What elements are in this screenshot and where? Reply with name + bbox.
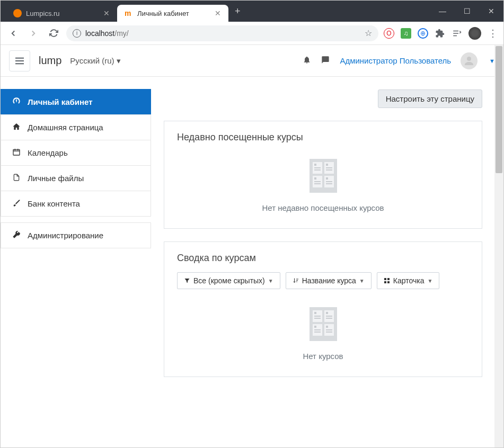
svg-rect-25 [387,281,390,283]
back-button[interactable] [6,26,21,41]
site-name[interactable]: lump [39,55,61,67]
svg-rect-40 [326,326,328,328]
browser-menu-button[interactable]: ⋮ [488,28,498,39]
svg-rect-20 [326,181,332,182]
nav-toggle-button[interactable] [9,50,30,71]
forward-button[interactable] [26,26,41,41]
svg-rect-22 [384,278,386,280]
svg-rect-32 [314,316,321,317]
main-content: Настроить эту страницу Недавно посещенны… [164,89,491,377]
svg-rect-37 [314,326,316,328]
svg-rect-10 [314,164,316,166]
svg-rect-42 [326,331,332,333]
url-host: localhost [85,29,114,38]
tab-title: Личный кабинет [137,10,189,17]
sidebar-item-label: Личный кабинет [28,97,93,106]
empty-state: Нет недавно посещенных курсов [177,151,469,218]
block-title: Сводка по курсам [177,253,469,264]
messages-icon[interactable] [321,56,330,66]
sidebar-item-label: Домашняя страница [28,123,103,132]
calendar-icon [12,148,21,158]
view-dropdown[interactable]: Карточка ▼ [377,272,440,289]
svg-rect-13 [326,164,328,166]
user-avatar[interactable] [461,52,478,69]
sidebar-item-label: Календарь [28,148,68,157]
svg-rect-38 [314,329,321,330]
sidebar-item-label: Банк контента [28,199,80,208]
svg-rect-17 [314,181,321,182]
language-selector[interactable]: Русский (ru) ▾ [70,56,120,66]
extension-opera-icon[interactable]: O [384,28,394,39]
url-path: /my/ [114,29,128,38]
user-name-link[interactable]: Администратор Пользователь [340,56,451,65]
minimize-button[interactable]: ― [430,1,455,22]
svg-rect-33 [314,318,321,319]
tab-title: Lumpics.ru [26,10,60,17]
url-omnibox[interactable]: i localhost/my/ ☆ [66,25,378,41]
vertical-scrollbar[interactable] [494,45,503,447]
new-tab-button[interactable]: + [228,2,247,21]
tab-dashboard[interactable]: m Личный кабинет ✕ [117,5,228,22]
site-info-icon[interactable]: i [73,29,81,38]
svg-rect-36 [326,318,332,319]
block-title: Недавно посещенные курсы [177,132,469,143]
svg-rect-19 [326,177,328,180]
nav-drawer: Личный кабинет Домашняя страница Календа… [1,89,151,377]
filter-icon [184,277,190,284]
svg-rect-41 [326,329,332,330]
svg-rect-31 [314,312,316,314]
close-button[interactable]: ✕ [479,1,503,22]
filter-all-dropdown[interactable]: Все (кроме скрытых) ▼ [177,272,280,289]
sidebar-item-calendar[interactable]: Календарь [1,140,151,166]
extension-icons: O ♫ ⊕ ⋮ [384,27,498,40]
svg-rect-2 [15,63,24,64]
bookmark-icon[interactable]: ☆ [365,28,372,38]
page-viewport: lump Русский (ru) ▾ Администратор Пользо… [1,45,503,447]
sidebar-item-files[interactable]: Личные файлы [1,165,151,191]
sidebar-item-contentbank[interactable]: Банк контента [1,191,151,217]
svg-rect-4 [13,149,20,155]
home-icon [12,122,21,132]
favicon-lumpics [13,9,22,17]
close-icon[interactable]: ✕ [103,9,110,17]
svg-point-3 [467,57,471,61]
empty-message: Нет курсов [303,352,343,361]
tab-lumpics[interactable]: Lumpics.ru ✕ [6,5,117,22]
filter-label: Все (кроме скрытых) [193,276,265,285]
close-icon[interactable]: ✕ [215,9,221,17]
sidebar-item-label: Личные файлы [28,174,84,183]
svg-rect-15 [326,169,332,171]
svg-rect-23 [387,278,390,280]
favicon-moodle: m [125,9,133,17]
sidebar-item-dashboard[interactable]: Личный кабинет [1,89,151,115]
svg-rect-18 [314,183,321,184]
notifications-icon[interactable] [303,55,311,67]
reading-list-icon[interactable] [452,28,462,39]
maximize-button[interactable]: ☐ [455,1,479,22]
sidebar-item-label: Администрирование [28,231,103,240]
svg-rect-21 [326,183,332,184]
sidebar-item-home[interactable]: Домашняя страница [1,114,151,140]
scrollbar-thumb[interactable] [496,46,502,173]
caret-down-icon: ▼ [359,278,365,284]
svg-rect-1 [15,60,24,61]
browser-tabs: Lumpics.ru ✕ m Личный кабинет ✕ + [1,1,430,22]
dashboard-icon [12,97,21,107]
extension-globe-icon[interactable]: ⊕ [418,28,428,39]
caret-down-icon: ▾ [117,56,121,66]
overview-filters: Все (кроме скрытых) ▼ Название курса ▼ К… [177,272,469,289]
page-body: Личный кабинет Домашняя страница Календа… [1,77,503,390]
sort-dropdown[interactable]: Название курса ▼ [286,272,372,289]
file-icon [12,173,21,183]
profile-avatar[interactable] [468,27,481,40]
svg-rect-0 [15,57,24,58]
customize-page-button[interactable]: Настроить эту страницу [378,89,482,108]
reload-button[interactable] [46,26,61,41]
sidebar-item-admin[interactable]: Администрирование [1,222,151,248]
window-controls: ― ☐ ✕ [430,1,503,22]
extension-music-icon[interactable]: ♫ [401,28,411,39]
extensions-button[interactable] [435,28,445,39]
language-label: Русский (ru) [70,56,114,65]
svg-rect-39 [314,331,321,333]
site-header: lump Русский (ru) ▾ Администратор Пользо… [1,45,503,77]
